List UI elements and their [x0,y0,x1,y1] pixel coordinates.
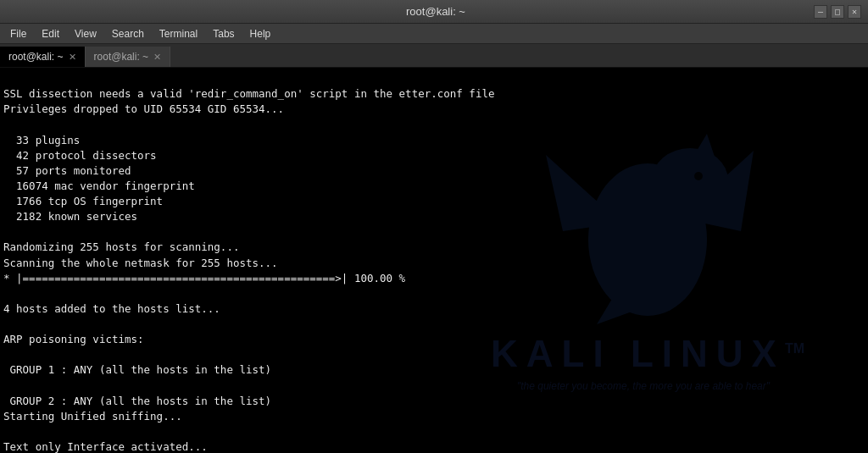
tab-1-close[interactable]: ✕ [69,52,76,63]
maximize-button[interactable]: □ [831,5,844,19]
tab-bar: root@kali: ~ ✕ root@kali: ~ ✕ [0,44,868,68]
menu-edit[interactable]: Edit [35,26,66,41]
tab-2[interactable]: root@kali: ~ ✕ [86,47,171,67]
menu-search[interactable]: Search [105,26,151,41]
minimize-button[interactable]: — [814,5,827,19]
menu-view[interactable]: View [68,26,103,41]
tab-2-close[interactable]: ✕ [153,52,161,63]
menu-file[interactable]: File [3,26,33,41]
window-title: root@kali: ~ [58,5,814,18]
menu-bar: File Edit View Search Terminal Tabs Help [0,24,868,44]
menu-tabs[interactable]: Tabs [206,26,241,41]
window-controls[interactable]: — □ ✕ [814,5,861,19]
terminal-output: SSL dissection needs a valid 'redir_comm… [0,68,868,453]
output-line-ssl: SSL dissection needs a valid 'redir_comm… [3,87,539,453]
terminal-window[interactable]: KALI LINUXTM "the quieter you become, th… [0,68,868,453]
close-button[interactable]: ✕ [848,5,861,19]
menu-terminal[interactable]: Terminal [153,26,204,41]
menu-help[interactable]: Help [243,26,278,41]
tab-1-label: root@kali: ~ [8,51,64,63]
tab-1[interactable]: root@kali: ~ ✕ [0,47,86,67]
title-bar: root@kali: ~ — □ ✕ [0,0,868,24]
tab-2-label: root@kali: ~ [94,51,149,63]
